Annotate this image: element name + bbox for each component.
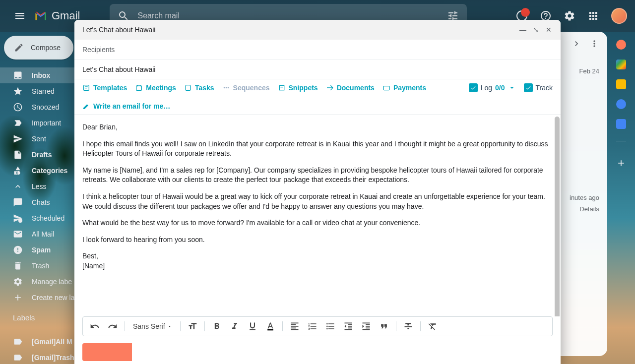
indent-less-button[interactable] bbox=[340, 318, 356, 334]
calendar-icon[interactable] bbox=[616, 60, 626, 69]
compose-window: Let's Chat about Hawaii — ⤡ ✕ Recipients… bbox=[74, 20, 561, 364]
svg-rect-5 bbox=[136, 86, 142, 90]
message-date: Feb 24 bbox=[579, 67, 599, 75]
templates-button[interactable]: Templates bbox=[82, 84, 127, 92]
compose-header[interactable]: Let's Chat about Hawaii — ⤡ ✕ bbox=[74, 20, 561, 40]
compose-button[interactable]: Compose bbox=[4, 36, 73, 60]
payments-button[interactable]: Payments bbox=[382, 84, 426, 92]
close-icon[interactable]: ✕ bbox=[545, 26, 553, 34]
tasks-button[interactable]: Tasks bbox=[184, 84, 214, 92]
sequences-button[interactable]: Sequences bbox=[222, 84, 270, 92]
bullet-list-button[interactable] bbox=[322, 318, 338, 334]
contacts-icon[interactable] bbox=[616, 119, 626, 129]
next-icon[interactable] bbox=[572, 39, 581, 49]
svg-rect-15 bbox=[267, 329, 273, 331]
settings-icon[interactable] bbox=[560, 6, 579, 26]
quote-button[interactable] bbox=[376, 318, 392, 334]
scrollbar[interactable] bbox=[555, 117, 560, 316]
svg-point-9 bbox=[223, 87, 225, 89]
notification-badge bbox=[521, 8, 530, 17]
track-toggle[interactable]: Track bbox=[524, 83, 553, 92]
apps-icon[interactable] bbox=[583, 6, 603, 26]
side-panel bbox=[607, 32, 635, 173]
svg-point-11 bbox=[227, 87, 229, 89]
hubspot-icon[interactable] bbox=[616, 40, 626, 50]
svg-rect-14 bbox=[383, 86, 389, 90]
gmail-logo[interactable]: Gmail bbox=[34, 9, 80, 23]
indent-more-button[interactable] bbox=[358, 318, 374, 334]
svg-rect-12 bbox=[279, 85, 284, 90]
italic-button[interactable] bbox=[227, 318, 243, 334]
bold-button[interactable] bbox=[209, 318, 225, 334]
svg-point-1 bbox=[18, 219, 22, 223]
format-toolbar: Sans Serif bbox=[82, 316, 553, 336]
menu-icon[interactable] bbox=[8, 4, 32, 28]
search-input[interactable] bbox=[137, 11, 447, 20]
add-app-icon[interactable] bbox=[611, 153, 631, 173]
recipients-field[interactable]: Recipients bbox=[74, 40, 561, 60]
align-button[interactable] bbox=[287, 318, 303, 334]
email-body[interactable]: Dear Brian, I hope this email finds you … bbox=[74, 115, 561, 316]
svg-rect-8 bbox=[186, 85, 190, 91]
hubspot-toolbar: Templates Meetings Tasks Sequences Snipp… bbox=[74, 79, 561, 115]
user-avatar[interactable] bbox=[611, 8, 627, 24]
more-icon[interactable] bbox=[589, 39, 599, 49]
subject-field[interactable] bbox=[74, 60, 561, 79]
activity-text: inutes ago bbox=[570, 194, 599, 201]
compose-label: Compose bbox=[31, 44, 61, 52]
svg-point-10 bbox=[225, 87, 227, 89]
keep-icon[interactable] bbox=[616, 79, 626, 89]
popout-icon[interactable]: ⤡ bbox=[532, 26, 540, 34]
log-toggle[interactable]: Log 0/0 bbox=[469, 83, 516, 92]
font-size-button[interactable] bbox=[185, 318, 200, 334]
meetings-button[interactable]: Meetings bbox=[135, 84, 176, 92]
minimize-icon[interactable]: — bbox=[519, 26, 527, 34]
snippets-button[interactable]: Snippets bbox=[278, 84, 318, 92]
redo-button[interactable] bbox=[105, 318, 121, 334]
strikethrough-button[interactable] bbox=[400, 318, 416, 334]
font-selector[interactable]: Sans Serif bbox=[129, 322, 176, 330]
remove-format-button[interactable] bbox=[425, 318, 441, 334]
documents-button[interactable]: Documents bbox=[326, 84, 375, 92]
send-button[interactable] bbox=[82, 343, 132, 361]
subject-input[interactable] bbox=[82, 65, 553, 73]
underline-button[interactable] bbox=[245, 318, 260, 334]
compose-title: Let's Chat about Hawaii bbox=[82, 26, 519, 34]
write-ai-button[interactable]: Write an email for me… bbox=[82, 102, 170, 110]
text-color-button[interactable] bbox=[262, 318, 278, 334]
tasks-icon[interactable] bbox=[616, 99, 626, 109]
numbered-list-button[interactable] bbox=[305, 318, 320, 334]
undo-button[interactable] bbox=[87, 318, 103, 334]
